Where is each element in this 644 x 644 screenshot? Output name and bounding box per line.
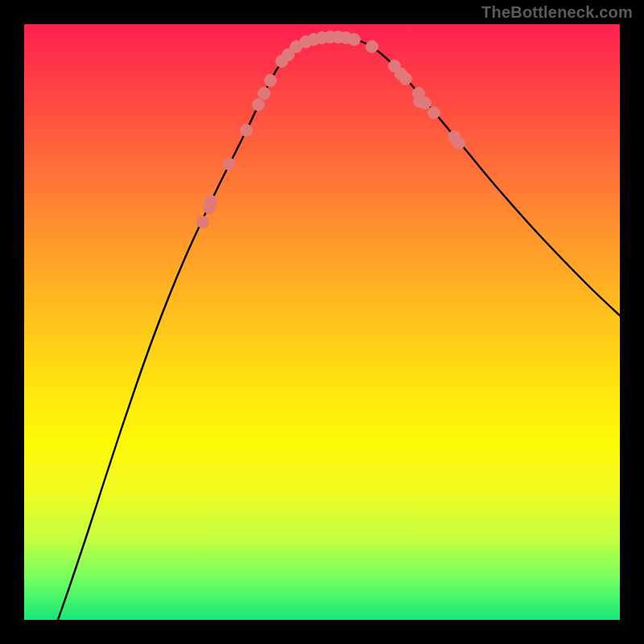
marker-dot xyxy=(241,125,253,137)
marker-dot xyxy=(453,138,465,150)
marker-dot xyxy=(224,159,236,171)
marker-dot xyxy=(205,196,217,208)
marker-dot xyxy=(349,34,361,46)
marker-dot xyxy=(400,73,412,85)
marker-dot xyxy=(253,99,265,111)
marker-dot xyxy=(258,88,270,100)
bottleneck-markers xyxy=(197,31,465,229)
marker-dot xyxy=(197,217,209,229)
marker-dot xyxy=(366,41,378,53)
marker-dot xyxy=(428,107,440,119)
attribution-text: TheBottleneck.com xyxy=(481,3,633,22)
bottleneck-chart xyxy=(24,24,620,620)
chart-gradient-frame xyxy=(24,24,620,620)
bottleneck-curve-line xyxy=(58,36,620,620)
marker-dot xyxy=(419,97,431,109)
marker-dot xyxy=(265,75,277,87)
